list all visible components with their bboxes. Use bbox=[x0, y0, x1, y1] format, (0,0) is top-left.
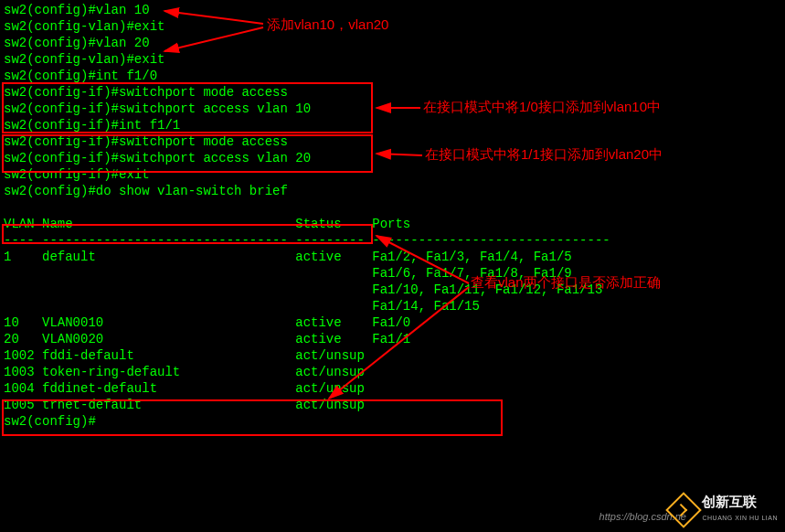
annotation-check: 查看vlan两个接口是否添加正确 bbox=[471, 274, 661, 291]
watermark-brand: 创新互联 bbox=[702, 494, 778, 510]
annotation-add-vlan: 添加vlan10，vlan20 bbox=[267, 16, 388, 33]
annotation-f11: 在接口模式中将1/1接口添加到vlan20中 bbox=[425, 146, 663, 163]
watermark-sub: CHUANG XIN HU LIAN bbox=[702, 510, 778, 527]
annotation-f10: 在接口模式中将1/0接口添加到vlan10中 bbox=[423, 99, 661, 115]
terminal-output: sw2(config)#vlan 10 sw2(config-vlan)#exi… bbox=[0, 0, 785, 431]
watermark: https://blog.csdn.ne 创新互联 CHUANG XIN HU … bbox=[671, 494, 778, 527]
